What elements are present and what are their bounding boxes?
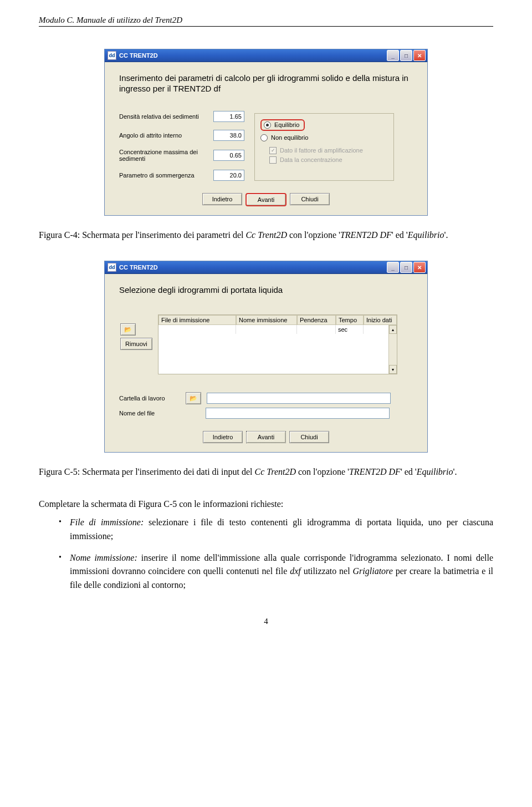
- page-number: 4: [39, 617, 493, 626]
- input-nome-file[interactable]: [206, 408, 390, 419]
- radio-equilibrio-label: Equilibrio: [274, 121, 299, 128]
- col-file[interactable]: File di immissione: [158, 315, 236, 325]
- window-title-2: CC TRENT2D: [119, 264, 158, 271]
- col-nome[interactable]: Nome immissione: [236, 315, 297, 325]
- maximize-button[interactable]: □: [400, 262, 412, 273]
- dialog-heading-2: Selezione degli idrogrammi di portata li…: [119, 285, 413, 295]
- scroll-up-icon[interactable]: ▴: [389, 325, 397, 334]
- cell-tempo-unit: sec: [336, 325, 364, 334]
- figure-c5-caption: Figura C-5: Schermata per l'inserimento …: [39, 466, 493, 478]
- chiudi-button[interactable]: Chiudi: [290, 193, 330, 205]
- dialog-heading: Inserimento dei parametri di calcolo per…: [119, 73, 413, 94]
- window-cc-trent2d-idrogrammi: dd CC TRENT2D _ □ ✕ Selezione degli idro…: [104, 261, 428, 453]
- label-densita: Densità relativa dei sedimenti: [119, 113, 213, 120]
- grid-scrollbar[interactable]: ▴ ▾: [388, 325, 397, 374]
- titlebar: dd CC TRENT2D _ □ ✕: [105, 49, 427, 62]
- page-header: Modulo C. Manuale di utilizzo del Trent2…: [39, 16, 493, 27]
- col-pendenza[interactable]: Pendenza: [297, 315, 336, 325]
- minimize-button[interactable]: _: [387, 262, 399, 273]
- app-icon: dd: [108, 51, 116, 60]
- input-angolo[interactable]: 38.0: [213, 130, 244, 141]
- label-nome-file: Nome del file: [119, 410, 180, 417]
- indietro-button[interactable]: Indietro: [202, 193, 242, 205]
- checkbox-fattore-amp[interactable]: [269, 147, 277, 154]
- input-densita[interactable]: 1.65: [213, 111, 244, 122]
- radio-equilibrio[interactable]: [264, 121, 271, 129]
- minimize-button[interactable]: _: [387, 50, 399, 61]
- checkbox-concentrazione-label: Data la concentrazione: [280, 156, 342, 163]
- label-angolo: Angolo di attrito interno: [119, 132, 213, 139]
- input-concentrazione[interactable]: 0.65: [213, 150, 244, 161]
- file-grid: File di immissione Nome immissione Pende…: [158, 314, 397, 374]
- checkbox-concentrazione[interactable]: [269, 156, 277, 164]
- titlebar-2: dd CC TRENT2D _ □ ✕: [105, 261, 427, 274]
- input-cartella[interactable]: [207, 393, 391, 404]
- radio-equilibrio-highlight: Equilibrio: [260, 119, 305, 131]
- folder-open-icon: 📂: [190, 395, 197, 402]
- folder-open-icon: 📂: [124, 326, 132, 333]
- label-sommergenza: Parametro di sommergenza: [119, 172, 213, 179]
- indietro-button-2[interactable]: Indietro: [203, 431, 243, 443]
- label-concentrazione: Concentrazione massima dei sedimenti: [119, 149, 213, 162]
- checkbox-fattore-amp-label: Dato il fattore di amplificazione: [280, 147, 363, 154]
- intro-paragraph: Completare la schermata di Figura C-5 co…: [39, 498, 493, 510]
- col-inizio[interactable]: Inizio dati: [364, 315, 397, 325]
- radio-non-equilibrio[interactable]: [260, 134, 268, 141]
- close-button[interactable]: ✕: [413, 50, 426, 61]
- window-title: CC TRENT2D: [119, 52, 158, 59]
- rimuovi-button[interactable]: Rimuovi: [120, 338, 152, 350]
- bullet-nome-immissione: Nome immissione: inserire il nome dell'i…: [59, 551, 493, 592]
- radio-non-equilibrio-label: Non equilibrio: [271, 134, 308, 141]
- chiudi-button-2[interactable]: Chiudi: [289, 431, 329, 443]
- table-row[interactable]: sec 1: [158, 325, 397, 334]
- avanti-button-2[interactable]: Avanti: [246, 431, 286, 443]
- close-button[interactable]: ✕: [413, 262, 426, 273]
- bullet-file-immissione: File di immissione: selezionare i file d…: [59, 516, 493, 544]
- window-cc-trent2d-params: dd CC TRENT2D _ □ ✕ Inserimento dei para…: [104, 49, 428, 216]
- app-icon: dd: [108, 263, 116, 272]
- maximize-button[interactable]: □: [400, 50, 412, 61]
- col-tempo[interactable]: Tempo: [336, 315, 364, 325]
- browse-cartella-button[interactable]: 📂: [186, 392, 201, 404]
- scroll-down-icon[interactable]: ▾: [389, 365, 397, 374]
- open-folder-button[interactable]: 📂: [120, 323, 136, 336]
- figure-c4-caption: Figura C-4: Schermata per l'inserimento …: [39, 229, 493, 241]
- avanti-button[interactable]: Avanti: [245, 193, 287, 206]
- equilibrio-group: Equilibrio Non equilibrio Dato il fattor…: [254, 113, 394, 181]
- label-cartella: Cartella di lavoro: [119, 395, 180, 402]
- input-sommergenza[interactable]: 20.0: [213, 170, 244, 181]
